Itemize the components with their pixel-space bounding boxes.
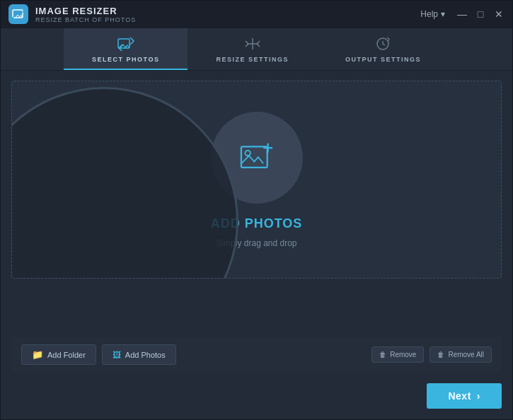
remove-icon: 🗑 [379,351,386,358]
tab-navigation: SELECT PHOTOS RESIZE SETTINGS OUTPUT SET… [0,28,513,71]
tab-select-photos-label: SELECT PHOTOS [92,56,159,63]
window-controls: — □ ✕ [456,9,505,19]
app-window: IMAGE RESIZER RESIZE BATCH OF PHOTOS Hel… [0,0,513,420]
main-area: ADD PHOTOS Simply drag and drop [0,71,513,337]
photo-icon: 🖼 [113,350,121,360]
add-photos-label: Add Photos [125,351,166,359]
remove-all-label: Remove All [448,351,484,358]
output-settings-icon [374,37,391,53]
add-folder-label: Add Folder [47,351,86,359]
app-icon [8,4,28,24]
add-photos-subtext: Simply drag and drop [216,238,296,248]
close-button[interactable]: ✕ [493,9,505,19]
drop-zone[interactable]: ADD PHOTOS Simply drag and drop [11,81,502,279]
svg-point-3 [245,150,250,155]
resize-settings-icon [244,37,261,53]
minimize-button[interactable]: — [456,9,468,19]
add-photos-heading: ADD PHOTOS [211,216,303,231]
tab-select-photos[interactable]: SELECT PHOTOS [64,28,188,70]
app-title-block: IMAGE RESIZER RESIZE BATCH OF PHOTOS [35,6,136,23]
title-bar-left: IMAGE RESIZER RESIZE BATCH OF PHOTOS [8,4,136,24]
remove-button[interactable]: 🗑 Remove [371,346,424,363]
spotlight-overlay [11,87,238,279]
tab-resize-settings-label: RESIZE SETTINGS [216,56,289,63]
next-button[interactable]: Next › [427,383,502,409]
content-area: ADD PHOTOS Simply drag and drop 📁 Add Fo… [0,71,513,420]
help-button[interactable]: Help ▾ [420,9,445,19]
next-chevron-icon: › [477,390,480,402]
folder-icon: 📁 [32,349,43,360]
app-title: IMAGE RESIZER [35,6,136,16]
remove-label: Remove [390,351,416,358]
next-label: Next [448,390,471,402]
maximize-button[interactable]: □ [475,9,486,19]
remove-all-button[interactable]: 🗑 Remove All [430,346,492,363]
remove-all-icon: 🗑 [437,351,444,358]
add-folder-button[interactable]: 📁 Add Folder [21,344,96,365]
select-photos-icon [117,37,134,53]
tab-output-settings-label: OUTPUT SETTINGS [345,56,421,63]
bottom-toolbar: 📁 Add Folder 🖼 Add Photos 🗑 Remove 🗑 Rem… [11,337,502,372]
help-label: Help [420,9,438,19]
right-action-buttons: 🗑 Remove 🗑 Remove All [371,346,492,363]
add-photos-button[interactable]: 🖼 Add Photos [102,344,176,365]
app-subtitle: RESIZE BATCH OF PHOTOS [35,16,136,23]
title-bar-right: Help ▾ — □ ✕ [420,9,505,19]
tab-resize-settings[interactable]: RESIZE SETTINGS [188,28,317,70]
title-bar: IMAGE RESIZER RESIZE BATCH OF PHOTOS Hel… [0,0,513,28]
add-photos-zone: ADD PHOTOS Simply drag and drop [211,112,303,248]
chevron-down-icon: ▾ [441,9,445,19]
svg-rect-2 [241,146,267,167]
tab-output-settings[interactable]: OUTPUT SETTINGS [317,28,449,70]
left-action-buttons: 📁 Add Folder 🖼 Add Photos [21,344,176,365]
add-photos-circle [211,112,303,204]
next-row: Next › [0,383,513,420]
